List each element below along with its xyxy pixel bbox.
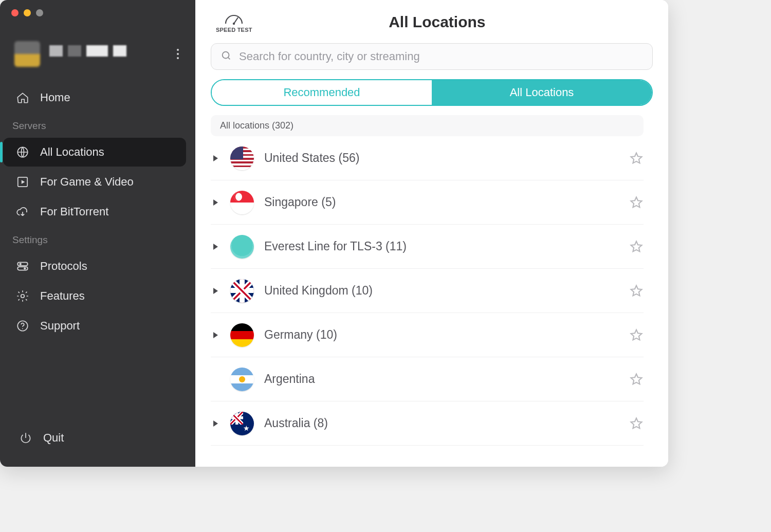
svg-point-8 xyxy=(22,328,23,329)
toggles-icon xyxy=(15,259,30,273)
location-name: Germany (10) xyxy=(264,328,619,342)
power-icon xyxy=(19,431,33,445)
location-name: Australia (8) xyxy=(264,416,619,430)
location-row[interactable]: United Kingdom (10) xyxy=(211,269,644,313)
location-name: Everest Line for TLS-3 (11) xyxy=(264,240,619,253)
favorite-star-button[interactable] xyxy=(629,416,644,431)
sidebar-item-protocols[interactable]: Protocols xyxy=(3,252,186,281)
location-list[interactable]: United States (56)Singapore (5)Everest L… xyxy=(195,136,668,467)
app-name-obscured xyxy=(49,45,171,63)
location-row[interactable]: Argentina xyxy=(211,357,644,401)
sidebar-item-label: Protocols xyxy=(40,260,87,273)
account-menu-button[interactable] xyxy=(171,47,185,61)
location-row[interactable]: Everest Line for TLS-3 (11) xyxy=(211,225,644,269)
svg-rect-2 xyxy=(17,262,28,266)
sidebar-item-label: For Game & Video xyxy=(40,175,134,189)
tab-all-locations[interactable]: All Locations xyxy=(432,80,652,105)
minimize-window-button[interactable] xyxy=(24,9,31,16)
flag-icon xyxy=(230,191,254,214)
svg-point-10 xyxy=(223,52,229,59)
sidebar-item-game-video[interactable]: For Game & Video xyxy=(3,168,186,196)
location-row[interactable]: Germany (10) xyxy=(211,313,644,357)
location-name: Singapore (5) xyxy=(264,195,619,209)
help-icon xyxy=(15,319,30,333)
disclosure-triangle-icon[interactable] xyxy=(211,155,220,162)
favorite-star-button[interactable] xyxy=(629,372,644,387)
tab-recommended[interactable]: Recommended xyxy=(212,80,432,105)
svg-point-6 xyxy=(21,295,25,298)
search-field[interactable] xyxy=(211,43,653,70)
sidebar-item-all-locations[interactable]: All Locations xyxy=(3,138,186,167)
location-name: United Kingdom (10) xyxy=(264,284,619,298)
sidebar-item-label: Home xyxy=(40,91,70,104)
search-container xyxy=(195,40,668,76)
favorite-star-button[interactable] xyxy=(629,151,644,166)
disclosure-triangle-icon[interactable] xyxy=(211,332,220,339)
sidebar-item-label: Support xyxy=(40,319,80,333)
location-name: Argentina xyxy=(264,372,619,386)
location-name: United States (56) xyxy=(264,151,619,165)
zoom-window-button[interactable] xyxy=(36,9,43,16)
flag-icon xyxy=(230,279,254,303)
sidebar-item-bittorrent[interactable]: For BitTorrent xyxy=(3,197,186,226)
disclosure-triangle-icon[interactable] xyxy=(211,420,220,427)
flag-icon xyxy=(230,412,254,435)
sidebar-item-quit[interactable]: Quit xyxy=(6,424,185,452)
favorite-star-button[interactable] xyxy=(629,240,644,254)
flag-icon xyxy=(230,146,254,170)
disclosure-triangle-icon[interactable] xyxy=(211,243,220,250)
sidebar-nav: Home Servers All Locations For Game & Vi… xyxy=(0,82,195,341)
svg-rect-4 xyxy=(17,267,28,270)
flag-icon xyxy=(230,235,254,259)
location-row[interactable]: United States (56) xyxy=(211,136,644,180)
sidebar: Home Servers All Locations For Game & Vi… xyxy=(0,0,195,467)
window-controls xyxy=(0,0,195,21)
page-title: All Locations xyxy=(222,13,653,31)
sidebar-section-settings: Settings xyxy=(0,227,191,251)
sidebar-item-label: Quit xyxy=(43,431,64,445)
app-window: Home Servers All Locations For Game & Vi… xyxy=(0,0,668,467)
disclosure-triangle-icon[interactable] xyxy=(211,199,220,206)
play-square-icon xyxy=(15,175,30,189)
svg-point-3 xyxy=(20,263,22,265)
search-icon xyxy=(221,50,232,63)
globe-icon xyxy=(15,145,30,159)
favorite-star-button[interactable] xyxy=(629,328,644,342)
main-content: SPEED TEST All Locations Recommended All… xyxy=(195,0,668,467)
gear-icon xyxy=(15,289,30,303)
sidebar-item-home[interactable]: Home xyxy=(3,83,186,112)
sidebar-item-label: For BitTorrent xyxy=(40,205,108,218)
location-row[interactable]: Australia (8) xyxy=(211,401,644,446)
favorite-star-button[interactable] xyxy=(629,195,644,210)
sidebar-footer: Quit xyxy=(0,423,195,467)
sidebar-item-label: All Locations xyxy=(40,145,104,159)
search-input[interactable] xyxy=(239,50,643,63)
disclosure-triangle-icon[interactable] xyxy=(211,287,220,295)
favorite-star-button[interactable] xyxy=(629,284,644,298)
app-logo xyxy=(14,41,40,67)
sidebar-section-servers: Servers xyxy=(0,113,191,137)
sidebar-item-support[interactable]: Support xyxy=(3,311,186,340)
list-header: All locations (302) xyxy=(211,115,644,136)
main-header: SPEED TEST All Locations xyxy=(195,0,668,40)
close-window-button[interactable] xyxy=(11,9,19,16)
home-icon xyxy=(15,90,30,105)
location-row[interactable]: Singapore (5) xyxy=(211,180,644,225)
svg-point-5 xyxy=(24,267,26,269)
flag-icon xyxy=(230,323,254,347)
location-tabs: Recommended All Locations xyxy=(211,79,653,106)
brand-row xyxy=(0,21,195,82)
sidebar-item-features[interactable]: Features xyxy=(3,282,186,310)
cloud-download-icon xyxy=(15,205,30,219)
flag-icon xyxy=(230,368,254,391)
sidebar-item-label: Features xyxy=(40,289,85,303)
